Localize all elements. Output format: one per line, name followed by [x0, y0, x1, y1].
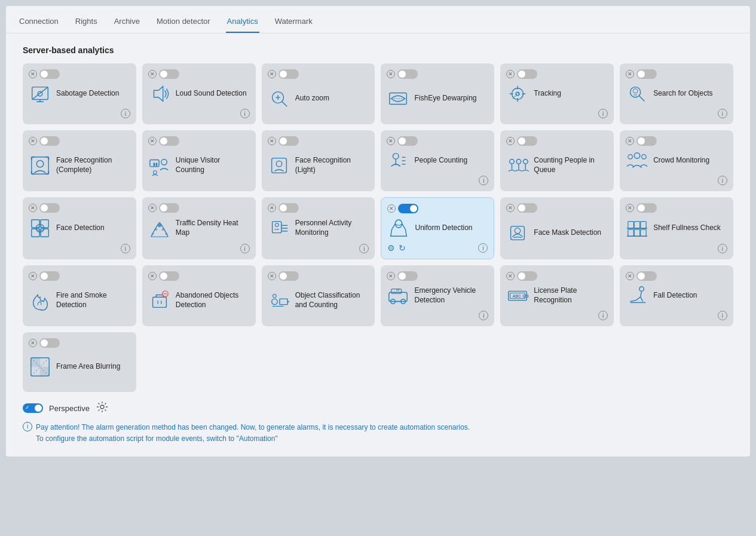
close-btn-face-recog-complete[interactable]: ✕: [29, 137, 37, 145]
close-btn-face-mask[interactable]: ✕: [506, 204, 515, 212]
info-license-plate[interactable]: i: [598, 311, 608, 320]
nav-analytics[interactable]: Analytics: [226, 13, 259, 33]
card-body-frame-area-blurring: Frame Area Blurring: [29, 351, 130, 382]
svg-point-58: [41, 226, 42, 228]
nav-watermark[interactable]: Watermark: [274, 13, 314, 33]
toggle-loud-sound[interactable]: ✓: [159, 69, 179, 79]
info-crowd-monitoring[interactable]: i: [718, 176, 727, 185]
close-btn-unique-visitor[interactable]: ✕: [148, 137, 157, 145]
card-header-fisheye: ✕ ✓: [387, 69, 488, 79]
toggle-uniform-detection[interactable]: ✓: [398, 204, 418, 213]
face-mask-icon: [506, 222, 529, 244]
label-personnel-activity: Personnel Activity Monitoring: [295, 219, 369, 237]
close-btn-fall-detection[interactable]: ✕: [626, 272, 634, 280]
info-emergency-vehicle[interactable]: i: [479, 311, 488, 320]
nav-motion-detector[interactable]: Motion detector: [155, 13, 212, 33]
svg-line-19: [639, 96, 645, 102]
close-btn-abandoned-objects[interactable]: ✕: [148, 272, 157, 280]
card-body-shelf-fullness: Shelf Fullness Check: [626, 216, 727, 240]
toggle-sabotage[interactable]: ✓: [39, 69, 60, 79]
close-btn-sabotage[interactable]: ✕: [29, 70, 37, 78]
close-btn-license-plate[interactable]: ✕: [506, 272, 515, 280]
toggle-people-counting[interactable]: ✓: [397, 136, 418, 146]
info-shelf-fullness[interactable]: i: [718, 244, 727, 253]
toggle-crowd-monitoring[interactable]: ✓: [636, 136, 657, 146]
close-btn-personnel-activity[interactable]: ✕: [268, 204, 276, 212]
toggle-face-mask[interactable]: ✓: [517, 203, 537, 213]
close-btn-traffic-density[interactable]: ✕: [148, 204, 157, 212]
info-tracking[interactable]: i: [598, 109, 608, 118]
svg-line-1: [32, 87, 48, 100]
nav-rights[interactable]: Rights: [74, 13, 99, 33]
perspective-settings-icon[interactable]: [96, 400, 109, 416]
toggle-fire-smoke[interactable]: ✓: [39, 271, 60, 281]
close-btn-fisheye[interactable]: ✕: [387, 70, 395, 78]
toggle-counting-queue[interactable]: ✓: [517, 136, 537, 146]
empty-spacer-1: [142, 332, 256, 392]
info-uniform-detection[interactable]: i: [478, 243, 488, 253]
svg-text:▮▮: ▮▮: [152, 162, 157, 166]
label-loud-sound: Loud Sound Detection: [176, 89, 247, 99]
info-personnel-activity[interactable]: i: [359, 244, 369, 253]
close-btn-counting-queue[interactable]: ✕: [506, 137, 515, 145]
close-btn-object-classification[interactable]: ✕: [268, 272, 276, 280]
nav-archive[interactable]: Archive: [113, 13, 141, 33]
info-fall-detection[interactable]: i: [718, 311, 727, 320]
close-btn-frame-area-blurring[interactable]: ✕: [29, 339, 37, 347]
personnel-activity-icon: [268, 217, 290, 240]
card-body-abandoned-objects: Abandoned Objects Detection: [148, 284, 250, 317]
nav-connection[interactable]: Connection: [18, 13, 60, 33]
toggle-face-recog-complete[interactable]: ✓: [39, 136, 60, 146]
toggle-object-classification[interactable]: ✓: [278, 271, 299, 281]
close-btn-crowd-monitoring[interactable]: ✕: [626, 137, 634, 145]
close-btn-shelf-fullness[interactable]: ✕: [626, 204, 634, 212]
toggle-face-recog-light[interactable]: ✓: [278, 136, 299, 146]
toggle-personnel-activity[interactable]: ✓: [278, 203, 299, 213]
info-loud-sound[interactable]: i: [240, 109, 250, 118]
card-header-crowd-monitoring: ✕ ✓: [626, 136, 727, 146]
card-header-object-classification: ✕ ✓: [268, 271, 369, 281]
toggle-license-plate[interactable]: ✓: [517, 271, 537, 281]
card-body-fire-smoke: Fire and Smoke Detection: [29, 284, 130, 317]
close-btn-auto-zoom[interactable]: ✕: [268, 70, 276, 78]
toggle-unique-visitor[interactable]: ✓: [159, 136, 179, 146]
toggle-traffic-density[interactable]: ✓: [159, 203, 179, 213]
card-footer-shelf-fullness: i: [626, 244, 727, 253]
toggle-search-objects[interactable]: ✓: [636, 69, 657, 79]
card-face-recog-light: ✕ ✓ Face Recognition (Light): [262, 130, 375, 191]
close-btn-face-recog-light[interactable]: ✕: [268, 137, 276, 145]
svg-rect-82: [641, 229, 647, 236]
toggle-tracking[interactable]: ✓: [517, 69, 537, 79]
toggle-shelf-fullness[interactable]: ✓: [636, 203, 657, 213]
svg-point-104: [639, 287, 644, 292]
close-btn-loud-sound[interactable]: ✕: [148, 70, 157, 78]
toggle-auto-zoom[interactable]: ✓: [278, 69, 299, 79]
card-shelf-fullness: ✕ ✓: [620, 197, 733, 259]
info-sabotage[interactable]: i: [121, 109, 130, 118]
close-btn-search-objects[interactable]: ✕: [626, 70, 634, 78]
toggle-face-detection[interactable]: ✓: [39, 203, 60, 213]
close-btn-fire-smoke[interactable]: ✕: [29, 272, 37, 280]
close-btn-emergency-vehicle[interactable]: ✕: [387, 272, 395, 280]
close-btn-tracking[interactable]: ✕: [506, 70, 515, 78]
info-search-objects[interactable]: i: [718, 109, 727, 118]
svg-line-120: [98, 410, 99, 411]
toggle-fisheye[interactable]: ✓: [397, 69, 418, 79]
toggle-emergency-vehicle[interactable]: ✓: [397, 271, 418, 281]
svg-rect-84: [152, 297, 166, 307]
info-face-detection[interactable]: i: [121, 244, 130, 253]
info-traffic-density[interactable]: i: [240, 244, 250, 253]
refresh-action-uniform[interactable]: ↻: [399, 243, 406, 253]
toggle-fall-detection[interactable]: ✓: [636, 271, 657, 281]
card-traffic-density: ✕ ✓: [142, 197, 256, 259]
toggle-abandoned-objects[interactable]: ✓: [159, 271, 179, 281]
info-people-counting[interactable]: i: [479, 176, 488, 185]
settings-action-uniform[interactable]: ⚙: [387, 243, 395, 253]
close-btn-face-detection[interactable]: ✕: [29, 204, 37, 212]
close-btn-uniform-detection[interactable]: ✕: [387, 204, 396, 213]
perspective-toggle[interactable]: ✓: [23, 403, 43, 413]
card-people-counting: ✕ ✓: [381, 130, 494, 191]
close-btn-people-counting[interactable]: ✕: [387, 137, 395, 145]
toggle-frame-area-blurring[interactable]: ✓: [39, 338, 60, 348]
svg-point-49: [628, 155, 633, 160]
